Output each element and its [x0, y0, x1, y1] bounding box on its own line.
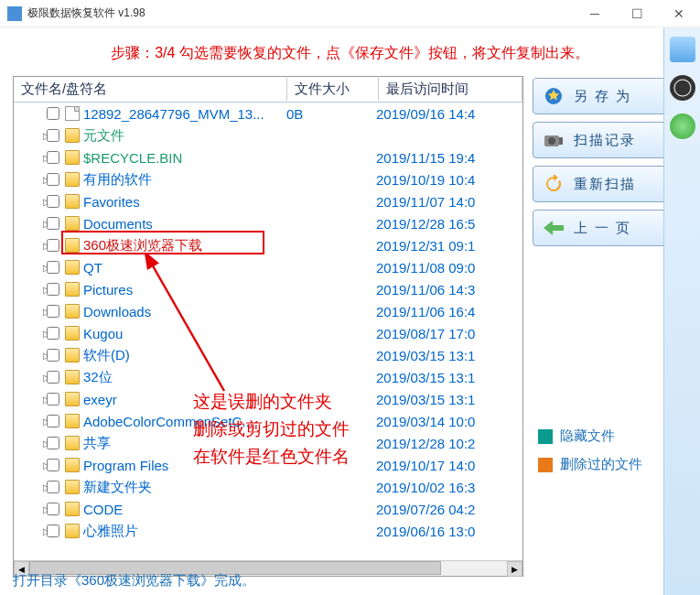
- file-name: 有用的软件: [83, 171, 285, 189]
- help-icon[interactable]: [670, 114, 695, 139]
- file-checkbox[interactable]: [47, 415, 59, 427]
- expander-icon[interactable]: ▷: [14, 438, 43, 449]
- file-checkbox[interactable]: [47, 217, 59, 230]
- file-row[interactable]: ▷Pictures2019/11/06 14:3: [14, 278, 522, 300]
- file-row[interactable]: ▷32位2019/03/15 13:1: [14, 366, 522, 388]
- file-list[interactable]: 12892_28647796_MVM_13...0B2019/09/16 14:…: [14, 103, 522, 560]
- file-row[interactable]: ▷心雅照片2019/06/16 13:0: [14, 520, 522, 542]
- file-panel: 文件名/盘符名 文件大小 最后访问时间 12892_28647796_MVM_1…: [13, 76, 523, 577]
- expander-icon[interactable]: ▷: [14, 395, 43, 405]
- folder-icon: [65, 414, 80, 428]
- file-row[interactable]: ▷exeyr2019/03/15 13:1: [14, 388, 522, 410]
- expander-icon[interactable]: ▷: [14, 285, 43, 295]
- expander-icon[interactable]: ▷: [14, 131, 43, 141]
- expander-icon[interactable]: ▷: [14, 175, 43, 185]
- file-checkbox[interactable]: [47, 151, 59, 164]
- file-checkbox[interactable]: [47, 349, 59, 362]
- file-checkbox[interactable]: [47, 459, 59, 471]
- file-row[interactable]: ▷新建文件夹2019/10/02 16:3: [14, 476, 522, 498]
- expander-icon[interactable]: ▷: [14, 351, 43, 361]
- file-checkbox[interactable]: [47, 371, 59, 384]
- folder-icon: [65, 238, 80, 253]
- back-label: 上 一 页: [574, 220, 631, 237]
- folder-icon: [65, 480, 80, 494]
- expander-icon[interactable]: ▷: [14, 329, 43, 339]
- expander-icon[interactable]: ▷: [14, 241, 43, 251]
- file-date: 2019/03/15 13:1: [376, 392, 522, 407]
- file-row[interactable]: ▷软件(D)2019/03/15 13:1: [14, 344, 522, 366]
- minimize-button[interactable]: ─: [574, 0, 616, 27]
- scan-log-label: 扫描记录: [574, 132, 636, 149]
- folder-icon: [65, 260, 80, 275]
- file-checkbox[interactable]: [47, 129, 59, 142]
- file-name: 12892_28647796_MVM_13...: [83, 106, 285, 122]
- col-header-name[interactable]: 文件名/盘符名: [14, 78, 287, 101]
- file-checkbox[interactable]: [47, 327, 59, 340]
- file-checkbox[interactable]: [47, 107, 59, 120]
- folder-icon: [65, 150, 80, 165]
- file-checkbox[interactable]: [47, 195, 59, 208]
- file-row[interactable]: ▷QT2019/11/08 09:0: [14, 256, 522, 278]
- file-row[interactable]: ▷AdobeColorCommonSetC...2019/03/14 10:0: [14, 410, 522, 432]
- expander-icon[interactable]: ▷: [14, 482, 43, 492]
- expander-icon[interactable]: ▷: [14, 504, 43, 514]
- file-checkbox[interactable]: [47, 481, 59, 493]
- col-header-date[interactable]: 最后访问时间: [379, 78, 522, 101]
- app-icon: [7, 6, 22, 21]
- file-row[interactable]: ▷Favorites2019/11/07 14:0: [14, 190, 522, 212]
- file-size: 0B: [285, 106, 376, 122]
- expander-icon[interactable]: ▷: [14, 153, 43, 163]
- file-row[interactable]: ▷Downloads2019/11/06 16:4: [14, 300, 522, 322]
- expander-icon[interactable]: ▷: [14, 307, 43, 317]
- file-checkbox[interactable]: [47, 261, 59, 274]
- folder-icon: [65, 304, 80, 319]
- expander-icon[interactable]: ▷: [14, 197, 43, 207]
- file-row[interactable]: ▷360极速浏览器下载2019/12/31 09:1: [14, 234, 522, 256]
- expander-icon[interactable]: ▷: [14, 263, 43, 273]
- file-checkbox[interactable]: [47, 283, 59, 296]
- qq-icon[interactable]: [670, 75, 695, 101]
- folder-icon: [65, 436, 80, 450]
- expander-icon[interactable]: ▷: [14, 219, 43, 229]
- folder-icon: [65, 172, 80, 187]
- file-row[interactable]: ▷Kugou2019/08/17 17:0: [14, 322, 522, 344]
- file-checkbox[interactable]: [47, 173, 59, 186]
- maximize-button[interactable]: ☐: [616, 0, 658, 27]
- star-icon: [543, 85, 565, 107]
- file-checkbox[interactable]: [47, 525, 59, 537]
- file-date: 2019/10/19 10:4: [376, 172, 522, 188]
- file-row[interactable]: ▷Documents2019/12/28 16:5: [14, 212, 522, 234]
- expander-icon[interactable]: ▷: [14, 526, 43, 536]
- tool-icon-1[interactable]: [670, 37, 695, 62]
- scroll-right-button[interactable]: ▶: [507, 561, 522, 577]
- file-row[interactable]: ▷Program Files2019/10/17 14:0: [14, 454, 522, 476]
- expander-icon[interactable]: ▷: [14, 416, 43, 427]
- file-checkbox[interactable]: [47, 437, 59, 449]
- expander-icon[interactable]: ▷: [14, 460, 43, 471]
- file-row[interactable]: ▷$RECYCLE.BIN2019/11/15 19:4: [14, 146, 522, 168]
- file-date: 2019/11/07 14:0: [376, 194, 522, 210]
- file-date: 2019/03/15 13:1: [376, 370, 522, 385]
- file-row[interactable]: 12892_28647796_MVM_13...0B2019/09/16 14:…: [14, 103, 522, 124]
- file-row[interactable]: ▷共享2019/12/28 10:2: [14, 432, 522, 454]
- file-date: 2019/11/06 14:3: [376, 282, 522, 298]
- file-name: 360极速浏览器下载: [83, 237, 285, 254]
- folder-icon: [65, 370, 80, 384]
- file-checkbox[interactable]: [47, 503, 59, 515]
- file-checkbox[interactable]: [47, 239, 59, 252]
- file-name: 新建文件夹: [83, 479, 285, 496]
- file-date: 2019/11/15 19:4: [376, 150, 522, 166]
- file-row[interactable]: ▷元文件: [14, 124, 522, 146]
- file-name: 元文件: [83, 127, 285, 145]
- folder-icon: [65, 348, 80, 362]
- file-checkbox[interactable]: [47, 305, 59, 318]
- file-date: 2019/11/08 09:0: [376, 260, 522, 276]
- expander-icon[interactable]: ▷: [14, 373, 43, 383]
- file-row[interactable]: ▷有用的软件2019/10/19 10:4: [14, 168, 522, 190]
- file-name: Favorites: [83, 194, 285, 210]
- col-header-size[interactable]: 文件大小: [287, 78, 379, 101]
- file-row[interactable]: ▷CODE2019/07/26 04:2: [14, 498, 522, 520]
- file-checkbox[interactable]: [47, 393, 59, 406]
- close-button[interactable]: ✕: [658, 0, 700, 27]
- file-date: 2019/03/14 10:0: [376, 414, 522, 429]
